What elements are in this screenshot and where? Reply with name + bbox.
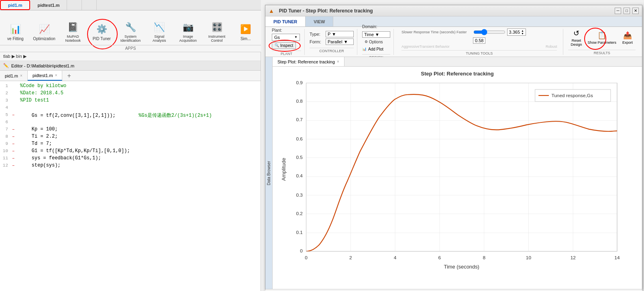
svg-text:0.9: 0.9 bbox=[296, 80, 303, 85]
code-line-8: 8 – Ti = 2.2; bbox=[0, 134, 261, 141]
svg-text:4: 4 bbox=[394, 255, 397, 260]
editor-pen-icon: ✏️ bbox=[3, 63, 9, 68]
svg-text:0.1: 0.1 bbox=[296, 230, 302, 235]
svg-text:Amplitude: Amplitude bbox=[281, 158, 287, 181]
plant-dropdown-arrow: ▼ bbox=[294, 35, 298, 39]
export-button[interactable]: 📤 Export bbox=[620, 31, 636, 45]
pid-titlebar: ▲ PID Tuner - Step Plot: Reference track… bbox=[265, 5, 642, 16]
chart-tab-bar: Step Plot: Reference tracking × bbox=[273, 57, 642, 67]
results-section: ↺ ResetDesign 📋 Show Parameters 📤 Export… bbox=[565, 29, 639, 55]
chart-container: Step Plot: Reference tracking bbox=[273, 67, 642, 289]
form-select[interactable]: Parallel ▼ bbox=[326, 39, 354, 45]
svg-text:0.4: 0.4 bbox=[296, 173, 303, 179]
svg-text:10: 10 bbox=[526, 255, 532, 260]
code-line-3: 3 %PID test1 bbox=[0, 98, 261, 105]
tab-publish[interactable] bbox=[67, 0, 82, 10]
btn-sysid[interactable]: 🔧 SystemIdentification bbox=[119, 20, 142, 43]
plant-dropdown[interactable]: Gs ▼ bbox=[272, 34, 300, 41]
spinbox-up-arrow[interactable]: ▲ bbox=[521, 29, 524, 32]
plant-section-label: PLANT bbox=[272, 51, 301, 56]
code-line-6: 6 bbox=[0, 119, 261, 126]
matlab-logo-icon: ▲ bbox=[269, 8, 274, 14]
results-buttons: ↺ ResetDesign 📋 Show Parameters 📤 Export bbox=[568, 29, 636, 47]
type-select[interactable]: P ▼ bbox=[326, 31, 354, 37]
tuning-tools-section: Slower Response Time (seconds) Faster 3.… bbox=[395, 29, 563, 55]
minimize-button[interactable]: ─ bbox=[615, 8, 621, 14]
form-label: Form: bbox=[310, 39, 324, 44]
spinbox-down-arrow[interactable]: ▼ bbox=[521, 32, 524, 35]
editor-tab-pid1[interactable]: pid1.m × bbox=[0, 71, 28, 81]
options-button[interactable]: ⚙ Options bbox=[362, 39, 390, 45]
spinbox-arrows: ▲ ▼ bbox=[521, 29, 524, 35]
apps-section-label: APPS bbox=[0, 45, 261, 51]
data-browser-sidebar[interactable]: Data Browser bbox=[265, 57, 273, 289]
btn-optimization[interactable]: 📈 Optimization bbox=[33, 22, 56, 41]
btn-signal[interactable]: 📉 Signal Analysis bbox=[148, 20, 171, 43]
new-tab-button[interactable]: + bbox=[62, 71, 75, 81]
tab-editor[interactable]: pidtest1.m bbox=[30, 0, 67, 10]
typeform-section: Type: P ▼ Form: Parallel ▼ CONTROLLER bbox=[306, 29, 357, 55]
ve-fitting-icon: 📊 bbox=[8, 22, 22, 37]
matlab-editor: tlab ▶ bin ▶ ✏️ Editor - D:\Matlab\bin\p… bbox=[0, 52, 261, 291]
inspect-button[interactable]: 🔍 Inspect bbox=[272, 42, 296, 49]
code-editor[interactable]: 1 %Code by kilotwo 2 %Date: 2018.4.5 3 %… bbox=[0, 81, 261, 280]
reset-design-icon: ↺ bbox=[573, 29, 579, 38]
tab-pid-tuner[interactable]: PID TUNER bbox=[265, 16, 306, 26]
status-bar: Controller Parameters: Kp = 1.588 bbox=[265, 289, 642, 291]
svg-text:8: 8 bbox=[483, 255, 485, 260]
show-parameters-icon: 📋 bbox=[597, 31, 606, 40]
domain-select[interactable]: Time ▼ bbox=[362, 31, 390, 38]
tab-view[interactable] bbox=[82, 0, 97, 10]
tuning-spinbox-input[interactable]: 3.365 ▲ ▼ bbox=[507, 28, 526, 36]
code-line-11: 11 – sys = feedback(G1*Gs,1); bbox=[0, 155, 261, 163]
domain-label: Domain: bbox=[362, 24, 390, 29]
signal-icon: 📉 bbox=[152, 20, 167, 35]
tab-apps[interactable]: pid1.m bbox=[0, 0, 30, 10]
controller-section-label: CONTROLLER bbox=[310, 48, 354, 53]
maximize-button[interactable]: □ bbox=[624, 8, 630, 14]
plant-section: Plant: Gs ▼ 🔍 Inspect PLANT bbox=[269, 29, 305, 55]
tuning-value2-input[interactable]: 0.58 bbox=[473, 37, 485, 44]
svg-text:Time (seconds): Time (seconds) bbox=[444, 264, 479, 270]
pid-main-toolbar: Plant: Gs ▼ 🔍 Inspect PLANT Type: bbox=[265, 27, 642, 57]
close-pid1-tab[interactable]: × bbox=[20, 73, 22, 78]
btn-instrument[interactable]: 🎛️ InstrumentControl bbox=[206, 20, 228, 43]
tuning-left-label: Slower Response Time (seconds) Faster bbox=[401, 30, 467, 34]
editor-tab-pidtest1[interactable]: pidtest1.m × bbox=[28, 71, 63, 81]
tuning-value2-row: 0.58 bbox=[473, 37, 485, 44]
matlab-toolbar: pid1.m pidtest1.m 📊 ve Fitting 📈 Optimiz… bbox=[0, 0, 261, 52]
show-parameters-button[interactable]: 📋 Show Parameters bbox=[587, 31, 616, 45]
close-button[interactable]: ✕ bbox=[632, 8, 639, 14]
type-select-arrow: ▼ bbox=[332, 32, 336, 37]
btn-image[interactable]: 📷 ImageAcquisition bbox=[177, 20, 200, 43]
chart-tab-step-plot[interactable]: Step Plot: Reference tracking × bbox=[273, 57, 344, 66]
btn-pid-tuner[interactable]: ⚙️ PID Tuner bbox=[90, 22, 113, 41]
tuning-slider-row: Slower Response Time (seconds) Faster 3.… bbox=[401, 28, 557, 36]
plant-label: Plant: bbox=[272, 28, 282, 33]
svg-text:0.7: 0.7 bbox=[296, 117, 302, 122]
editor-tabs: pid1.m × pidtest1.m × + bbox=[0, 71, 261, 81]
close-chart-tab[interactable]: × bbox=[337, 59, 339, 64]
code-line-10: 10 – G1 = tf([Kp*Td,Kp,Kp/Ti],[0,1,0]); bbox=[0, 148, 261, 155]
tuning-slider[interactable] bbox=[473, 29, 505, 35]
close-pidtest1-tab[interactable]: × bbox=[55, 73, 57, 77]
btn-ve-fitting[interactable]: 📊 ve Fitting bbox=[4, 22, 27, 41]
form-select-arrow: ▼ bbox=[344, 39, 348, 44]
svg-text:6: 6 bbox=[438, 255, 441, 260]
svg-text:0.5: 0.5 bbox=[296, 155, 303, 160]
svg-text:14: 14 bbox=[614, 255, 620, 260]
add-plot-button[interactable]: Add Plot bbox=[368, 47, 383, 51]
inspect-search-icon: 🔍 bbox=[275, 43, 279, 47]
svg-text:0: 0 bbox=[305, 255, 308, 260]
btn-mupad[interactable]: 📓 MuPADNotebook bbox=[61, 20, 84, 43]
btn-sim[interactable]: ▶️ Sim... bbox=[234, 22, 257, 41]
inspect-btn-wrapper: 🔍 Inspect bbox=[272, 42, 296, 49]
form-row: Form: Parallel ▼ bbox=[310, 39, 354, 45]
instrument-icon: 🎛️ bbox=[210, 20, 224, 35]
svg-text:0.3: 0.3 bbox=[296, 192, 303, 198]
code-line-9: 9 – Td = 7; bbox=[0, 141, 261, 148]
chart-svg: 0 0.1 0.2 0.3 0.4 0.5 0.6 0.7 0.8 0.9 0 … bbox=[277, 79, 638, 273]
tab-view[interactable]: VIEW bbox=[306, 16, 333, 26]
reset-design-button[interactable]: ↺ ResetDesign bbox=[568, 29, 584, 47]
domain-select-arrow: ▼ bbox=[375, 32, 379, 37]
